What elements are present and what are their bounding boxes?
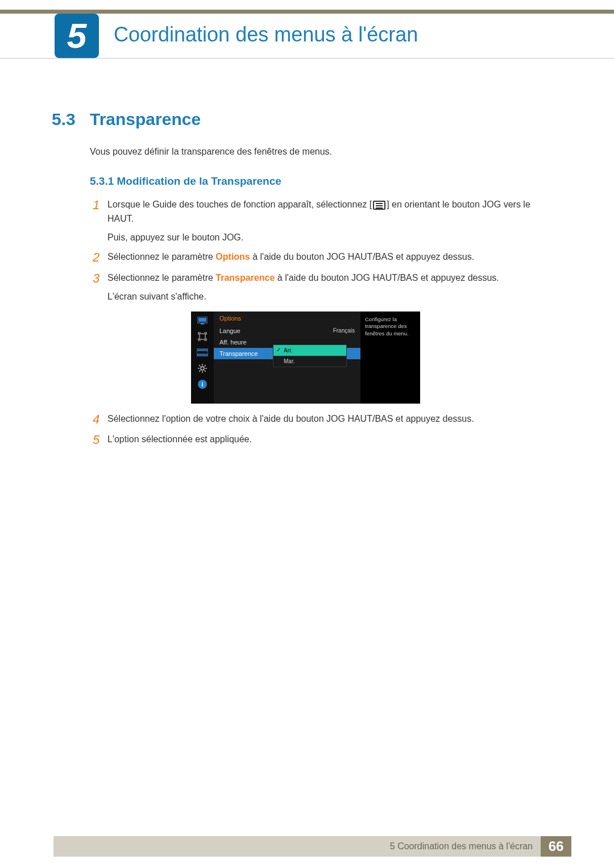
step-3-pre: Sélectionnez le paramètre xyxy=(107,273,215,283)
step-2-highlight: Options xyxy=(215,252,250,261)
osd-heading: Options xyxy=(214,315,360,325)
svg-rect-3 xyxy=(200,334,205,339)
footer-bar: 5 Coordination des menus à l'écran 66 xyxy=(53,836,571,857)
options-icon xyxy=(197,348,208,357)
svg-line-10 xyxy=(205,371,206,372)
step-1-pre: Lorsque le Guide des touches de fonction… xyxy=(107,200,372,209)
osd-langue-label: Langue xyxy=(219,327,240,334)
osd-help-text: Configurez la transparence des fenêtres … xyxy=(360,312,420,404)
osd-screenshot: i Options Langue Français Aff. heure Tra… xyxy=(191,312,420,404)
osd-transparence-label: Transparence xyxy=(219,350,258,357)
top-bar xyxy=(0,10,614,14)
info-icon: i xyxy=(198,380,207,389)
menu-icon xyxy=(373,201,385,210)
step-text: Lorsque le Guide des touches de fonction… xyxy=(107,198,534,244)
step-text: L'option sélectionnée est appliquée. xyxy=(107,433,252,447)
step-number: 1 xyxy=(93,198,107,213)
step-3-extra: L'écran suivant s'affiche. xyxy=(107,290,499,304)
step-text: Sélectionnez l'option de votre choix à l… xyxy=(107,412,474,426)
svg-point-4 xyxy=(201,367,204,370)
section-number: 5.3 xyxy=(52,110,76,129)
svg-line-12 xyxy=(199,371,200,372)
monitor-icon xyxy=(197,316,208,325)
step-3: 3 Sélectionnez le paramètre Transparence… xyxy=(93,271,534,304)
step-number: 5 xyxy=(93,433,107,447)
steps-list-lower: 4 Sélectionnez l'option de votre choix à… xyxy=(93,412,534,454)
section-intro: Vous pouvez définir la transparence des … xyxy=(90,147,332,157)
svg-line-9 xyxy=(199,365,200,366)
page-number: 66 xyxy=(541,836,571,857)
step-2: 2 Sélectionnez le paramètre Options à l'… xyxy=(93,250,534,265)
osd-option-off: Mar. xyxy=(273,356,346,367)
osd-popup: Arr. Mar. xyxy=(273,344,347,367)
osd-langue-value: Français xyxy=(333,327,355,334)
svg-line-11 xyxy=(205,365,206,366)
step-5: 5 L'option sélectionnée est appliquée. xyxy=(93,433,534,447)
osd-main-panel: Options Langue Français Aff. heure Trans… xyxy=(214,312,360,404)
resize-icon xyxy=(197,332,208,341)
step-1: 1 Lorsque le Guide des touches de foncti… xyxy=(93,198,534,244)
step-number: 2 xyxy=(93,250,107,265)
section-title: Transparence xyxy=(90,110,201,129)
title-underline xyxy=(0,58,614,59)
step-text: Sélectionnez le paramètre Options à l'ai… xyxy=(107,250,474,264)
step-2-post: à l'aide du bouton JOG HAUT/BAS et appuy… xyxy=(250,252,474,261)
osd-aff-label: Aff. heure xyxy=(219,339,247,346)
step-2-pre: Sélectionnez le paramètre xyxy=(107,252,215,261)
chapter-title: Coordination des menus à l'écran xyxy=(114,23,418,47)
step-1-extra: Puis, appuyez sur le bouton JOG. xyxy=(107,231,534,245)
step-text: Sélectionnez le paramètre Transparence à… xyxy=(107,271,499,304)
osd-option-on: Arr. xyxy=(273,345,346,356)
svg-rect-2 xyxy=(201,323,204,325)
osd-sidebar: i xyxy=(191,312,214,404)
step-4: 4 Sélectionnez l'option de votre choix à… xyxy=(93,412,534,427)
subsection-heading: 5.3.1 Modification de la Transparence xyxy=(90,175,281,188)
footer-chapter-label: 5 Coordination des menus à l'écran xyxy=(390,841,533,852)
osd-row-langue: Langue Français xyxy=(214,325,360,337)
chapter-number-badge: 5 xyxy=(55,14,99,58)
step-number: 4 xyxy=(93,412,107,427)
svg-rect-1 xyxy=(198,318,206,322)
step-number: 3 xyxy=(93,271,107,286)
step-3-highlight: Transparence xyxy=(215,273,275,283)
gear-icon xyxy=(197,364,208,373)
steps-list-upper: 1 Lorsque le Guide des touches de foncti… xyxy=(93,198,534,309)
step-3-post: à l'aide du bouton JOG HAUT/BAS et appuy… xyxy=(275,273,499,283)
